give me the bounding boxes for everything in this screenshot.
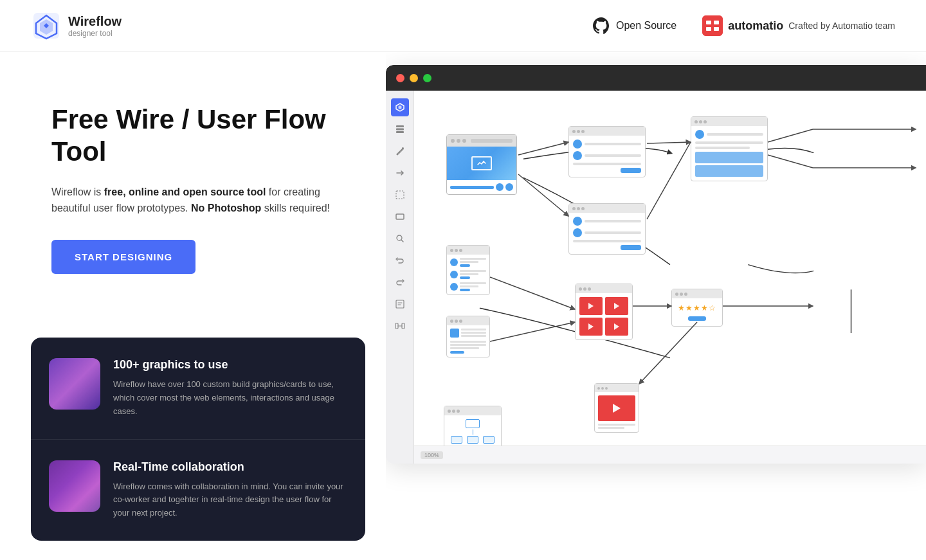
sidebar-icon-undo[interactable] [391,251,409,269]
rect-icon [395,212,405,222]
layers-icon [395,124,405,134]
svg-line-28 [647,142,691,219]
logo-sidebar-icon [395,102,405,113]
select-icon [395,190,405,200]
hero-title: Free Wire / User Flow Tool [51,104,355,168]
feature-info-graphics: 100+ graphics to use Wireflow have over … [113,358,347,418]
feature-desc-graphics: Wireflow have over 100 custom build grap… [113,378,347,418]
svg-rect-16 [396,214,404,219]
hero-bold-2: No Photoshop [191,203,261,213]
svg-rect-11 [396,125,404,127]
window-dot-green[interactable] [423,74,431,82]
github-icon [592,16,611,35]
feature-desc-collab: Wireflow comes with collaboration in min… [113,480,347,520]
zoom-icon [395,233,405,244]
window-bottom-bar: 100% [414,446,926,464]
window-dot-yellow[interactable] [410,74,418,82]
svg-rect-18 [396,300,404,308]
sidebar-icon-frame[interactable] [391,317,409,335]
logo-title: Wireflow [68,14,122,29]
start-designing-button[interactable]: START DESIGNING [51,240,195,274]
main-content: Free Wire / User Flow Tool Wireflow is f… [0,52,926,541]
feature-info-collab: Real-Time collaboration Wireflow comes w… [113,460,347,520]
right-section: ★★★★☆ [386,52,926,541]
open-source-button[interactable]: Open Source [592,16,676,35]
redo-icon [395,277,405,287]
header: Wireflow designer tool Open Source autom… [0,0,926,52]
svg-rect-5 [706,21,711,24]
svg-rect-6 [714,21,719,24]
wf-far-right-top [691,116,768,181]
svg-rect-4 [702,15,723,36]
sidebar-icon-pen[interactable] [391,142,409,160]
feature-title-graphics: 100+ graphics to use [113,358,347,372]
svg-line-22 [518,174,568,216]
wf-user-node-2 [568,203,646,255]
notes-icon [395,299,405,309]
svg-line-21 [518,142,568,155]
window-body: ★★★★☆ [386,91,926,464]
window-titlebar [386,65,926,91]
svg-line-25 [768,155,813,168]
frame-icon [395,321,405,331]
open-source-label: Open Source [616,20,676,32]
feature-title-collab: Real-Time collaboration [113,460,347,474]
arrow-icon [395,168,405,178]
logo-text: Wireflow designer tool [68,14,122,38]
wf-video-grid [575,284,633,340]
sidebar-icon-arrow[interactable] [391,164,409,182]
logo-area[interactable]: Wireflow designer tool [31,10,122,41]
feature-thumb-collab [49,460,100,512]
undo-icon [395,255,405,266]
automatio-logo-icon [702,15,723,36]
sidebar-icon-logo[interactable] [391,98,409,116]
svg-point-14 [402,147,404,149]
sidebar-icon-select[interactable] [391,186,409,204]
svg-rect-8 [714,27,719,31]
feature-card-collab: Real-Time collaboration Wireflow comes w… [31,440,365,541]
sidebar-icon-rect[interactable] [391,208,409,226]
svg-line-30 [490,322,575,341]
window-dot-red[interactable] [396,74,404,82]
wf-single-video [594,383,639,433]
app-window: ★★★★☆ [386,65,926,464]
svg-line-32 [639,322,697,384]
feature-card-graphics: 100+ graphics to use Wireflow have over … [31,338,365,439]
svg-rect-13 [396,131,404,133]
svg-rect-12 [396,129,404,131]
logo-subtitle: designer tool [68,29,122,38]
sidebar-icon-layers[interactable] [391,120,409,138]
svg-line-23 [768,129,813,142]
left-section: Free Wire / User Flow Tool Wireflow is f… [0,52,386,541]
feature-thumb-graphics [49,358,100,410]
sidebar-icon-zoom[interactable] [391,230,409,248]
hero-desc: Wireflow is free, online and open source… [51,184,355,217]
svg-rect-15 [396,191,404,199]
app-sidebar [386,91,414,464]
wf-big-browser-card [446,134,517,195]
sidebar-icon-redo[interactable] [391,273,409,291]
svg-marker-10 [398,105,401,109]
svg-rect-7 [706,27,711,31]
wf-article-node [446,316,490,357]
wf-sitemap-node [444,406,502,448]
sidebar-icon-notes[interactable] [391,295,409,313]
svg-line-29 [490,277,575,309]
automatio-name: automatio [728,19,783,33]
pen-icon [395,146,405,156]
features-dark-card: 100+ graphics to use Wireflow have over … [31,338,365,541]
header-right: Open Source automatio Crafted by Automat… [592,15,895,36]
wf-list-node [446,245,490,295]
automatio-crafted: Crafted by Automatio team [788,21,895,31]
wireflow-logo-icon [31,10,62,41]
automatio-badge: automatio Crafted by Automatio team [702,15,895,36]
svg-line-27 [647,142,691,143]
wf-user-node-1 [568,126,646,177]
wf-star-rating: ★★★★☆ [671,289,723,327]
zoom-badge: 100% [421,451,443,459]
hero-bold-1: free, online and open source tool [104,186,266,197]
canvas-area[interactable]: ★★★★☆ [414,91,926,464]
